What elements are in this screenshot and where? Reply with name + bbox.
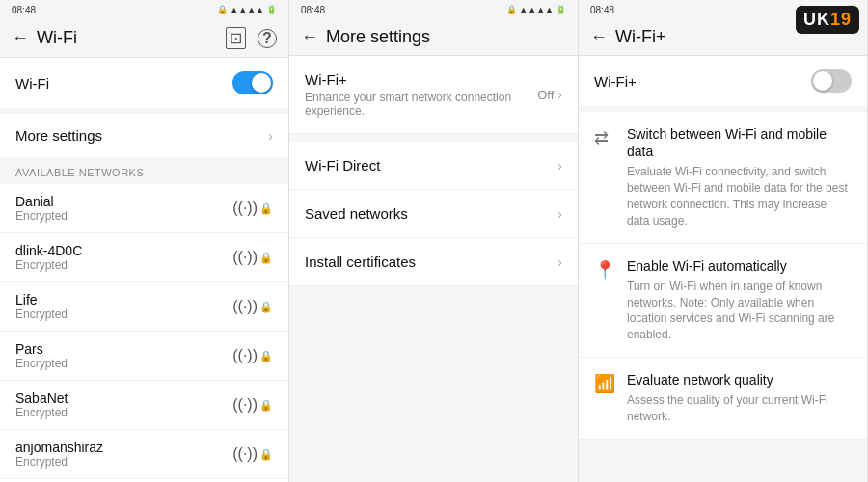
wifi-title: Wi-Fi <box>37 28 226 48</box>
network-list: Danial Encrypted ((·)) 🔒 dlink-4D0C Encr… <box>0 184 288 482</box>
network-info-anjoman: anjomanshiraz Encrypted <box>15 440 232 469</box>
battery-icon-2: 🔋 <box>556 5 566 14</box>
watermark-19: 19 <box>830 10 852 30</box>
network-status: Encrypted <box>15 357 232 370</box>
network-name: Life <box>15 292 232 308</box>
lock-indicator-5: 🔒 <box>259 399 273 412</box>
wifi-waves-4: ((·)) <box>232 347 258 364</box>
wifi-waves: ((·)) <box>232 200 258 217</box>
wifi-signal-icon-4: ((·)) 🔒 <box>232 347 273 364</box>
lock-indicator-3: 🔒 <box>259 301 273 313</box>
network-item-dlink[interactable]: dlink-4D0C Encrypted ((·)) 🔒 <box>0 233 288 282</box>
settings-item-title-wifiplus: Wi-Fi+ <box>305 71 537 88</box>
more-settings-title: More settings <box>326 27 566 47</box>
signal-icons: ▲▲▲▲ <box>230 5 264 14</box>
feature-text-switch: Switch between Wi-Fi and mobile data Eva… <box>627 125 852 229</box>
wifi-toggle-label: Wi-Fi <box>15 75 49 92</box>
network-name: dlink-4D0C <box>15 243 232 258</box>
panel-wifiplus: 08:48 🔒 ▲▲▲▲ 🔋 ← Wi-Fi+ UK 19 Wi-Fi+ ⇄ S… <box>579 0 868 482</box>
status-bar-2: 08:48 🔒 ▲▲▲▲ 🔋 <box>289 0 578 19</box>
settings-item-left-saved: Saved networks <box>305 205 557 222</box>
wifi-waves-5: ((·)) <box>232 396 258 414</box>
watermark: UK 19 <box>796 6 859 34</box>
lock-indicator: 🔒 <box>259 202 273 215</box>
chevron-wifidirect: › <box>557 158 562 174</box>
more-settings-header: ← More settings <box>289 19 578 56</box>
back-button-3[interactable]: ← <box>590 27 608 47</box>
status-time-2: 08:48 <box>301 5 325 15</box>
wifi-toggle[interactable] <box>232 71 273 94</box>
settings-item-sub-wifiplus: Enhance your smart network connection ex… <box>305 91 537 118</box>
wifi-signal-icon-6: ((·)) 🔒 <box>232 445 273 463</box>
header-icons-1: ⊡ ? <box>226 27 277 49</box>
lock-indicator-2: 🔒 <box>259 252 273 264</box>
feature-item-auto: 📍 Enable Wi-Fi automatically Turn on Wi-… <box>579 244 867 358</box>
network-status: Encrypted <box>15 308 232 321</box>
wifi-waves-3: ((·)) <box>232 298 258 315</box>
toggle-off-knob <box>813 71 832 91</box>
network-status: Encrypted <box>15 455 232 469</box>
settings-item-value-wifiplus: Off <box>537 88 554 102</box>
network-item-pars[interactable]: Pars Encrypted ((·)) 🔒 <box>0 332 288 381</box>
feature-list: ⇄ Switch between Wi-Fi and mobile data E… <box>579 112 867 440</box>
wifi-signal-icon-2: ((·)) 🔒 <box>232 249 273 266</box>
settings-item-left-certs: Install certificates <box>305 254 557 270</box>
wifi-waves-2: ((·)) <box>232 249 258 266</box>
settings-item-left-wifidirect: Wi-Fi Direct <box>305 157 557 174</box>
feature-desc-switch: Evaluate Wi-Fi connectivity, and switch … <box>627 164 852 228</box>
signal-icons-2: ▲▲▲▲ <box>519 5 554 14</box>
status-time-3: 08:48 <box>590 5 614 15</box>
feature-title-quality: Evaluate network quality <box>627 371 852 388</box>
wifiplus-toggle[interactable] <box>811 69 852 93</box>
wifi-signal-icon: ((·)) 🔒 <box>232 200 273 217</box>
more-settings-chevron: › <box>268 128 273 144</box>
available-networks-header: AVAILABLE NETWORKS <box>0 157 288 184</box>
network-name: Pars <box>15 341 232 357</box>
wifi-toggle-row: Wi-Fi <box>0 58 288 108</box>
network-name: anjomanshiraz <box>15 440 232 455</box>
feature-item-quality: 📶 Evaluate network quality Assess the qu… <box>579 358 867 440</box>
more-settings-content: Wi-Fi+ Enhance your smart network connec… <box>289 56 578 482</box>
network-info-pars: Pars Encrypted <box>15 341 232 370</box>
chevron-saved: › <box>557 206 562 222</box>
back-button-1[interactable]: ← <box>12 28 29 48</box>
back-button-2[interactable]: ← <box>301 27 318 47</box>
feature-desc-auto: Turn on Wi-Fi when in range of known net… <box>627 279 852 343</box>
network-item-anjoman[interactable]: anjomanshiraz Encrypted ((·)) 🔒 <box>0 430 288 479</box>
settings-item-saved[interactable]: Saved networks › <box>289 190 578 238</box>
settings-item-wifidirect[interactable]: Wi-Fi Direct › <box>289 142 578 190</box>
network-item-danial[interactable]: Danial Encrypted ((·)) 🔒 <box>0 184 288 233</box>
settings-item-title-wifidirect: Wi-Fi Direct <box>305 157 557 174</box>
panel-more-settings: 08:48 🔒 ▲▲▲▲ 🔋 ← More settings Wi-Fi+ En… <box>289 0 579 482</box>
network-item-sabanet[interactable]: SabaNet Encrypted ((·)) 🔒 <box>0 381 288 430</box>
settings-item-wifiplus[interactable]: Wi-Fi+ Enhance your smart network connec… <box>289 56 578 134</box>
status-icons-1: 🔒 ▲▲▲▲ 🔋 <box>217 5 277 14</box>
network-name: Danial <box>15 194 232 209</box>
wifiplus-label: Wi-Fi+ <box>594 73 637 90</box>
network-status: Encrypted <box>15 406 232 419</box>
more-settings-label: More settings <box>15 127 102 144</box>
lock-icon: 🔒 <box>217 5 228 14</box>
wifi-signal-icon-5: ((·)) 🔒 <box>232 396 273 414</box>
network-name: SabaNet <box>15 390 232 406</box>
quality-wifi-icon: 📶 <box>594 373 615 394</box>
location-icon: 📍 <box>594 259 615 281</box>
more-settings-row[interactable]: More settings › <box>0 114 288 157</box>
network-info-dlink: dlink-4D0C Encrypted <box>15 243 232 272</box>
lock-icon-2: 🔒 <box>506 5 517 14</box>
network-info-danial: Danial Encrypted <box>15 194 232 223</box>
network-info-sabanet: SabaNet Encrypted <box>15 390 232 419</box>
wifi-header: ← Wi-Fi ⊡ ? <box>0 19 288 58</box>
feature-title-switch: Switch between Wi-Fi and mobile data <box>627 125 852 160</box>
network-item-life[interactable]: Life Encrypted ((·)) 🔒 <box>0 282 288 332</box>
settings-item-certs[interactable]: Install certificates › <box>289 238 578 286</box>
wifiplus-content: Wi-Fi+ ⇄ Switch between Wi-Fi and mobile… <box>579 56 867 482</box>
wifi-content: Wi-Fi More settings › AVAILABLE NETWORKS… <box>0 58 288 482</box>
network-status: Encrypted <box>15 209 232 223</box>
settings-item-title-saved: Saved networks <box>305 205 557 222</box>
wifi-waves-6: ((·)) <box>232 445 258 463</box>
scan-icon[interactable]: ⊡ <box>226 27 246 49</box>
status-icons-2: 🔒 ▲▲▲▲ 🔋 <box>506 5 566 14</box>
help-icon[interactable]: ? <box>258 29 277 48</box>
feature-item-switch: ⇄ Switch between Wi-Fi and mobile data E… <box>579 112 867 244</box>
